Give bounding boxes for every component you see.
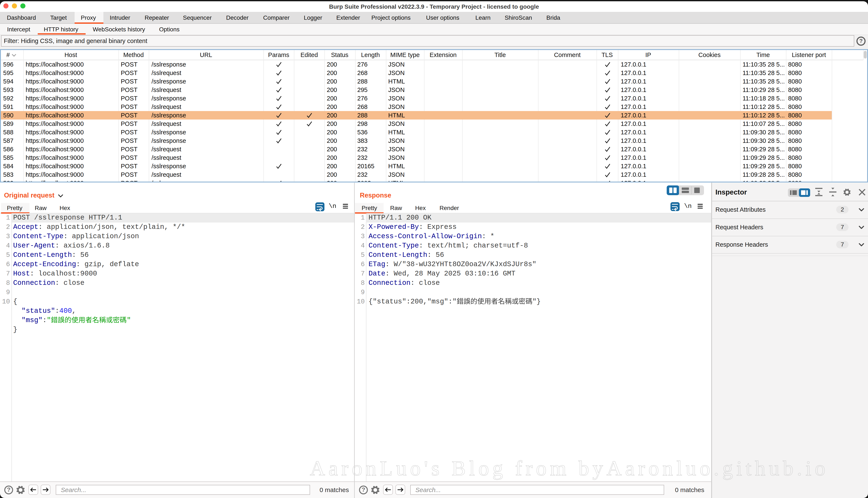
svg-text:?: ? (7, 486, 10, 493)
svg-text:?: ? (859, 38, 863, 44)
svg-text:?: ? (361, 486, 365, 493)
